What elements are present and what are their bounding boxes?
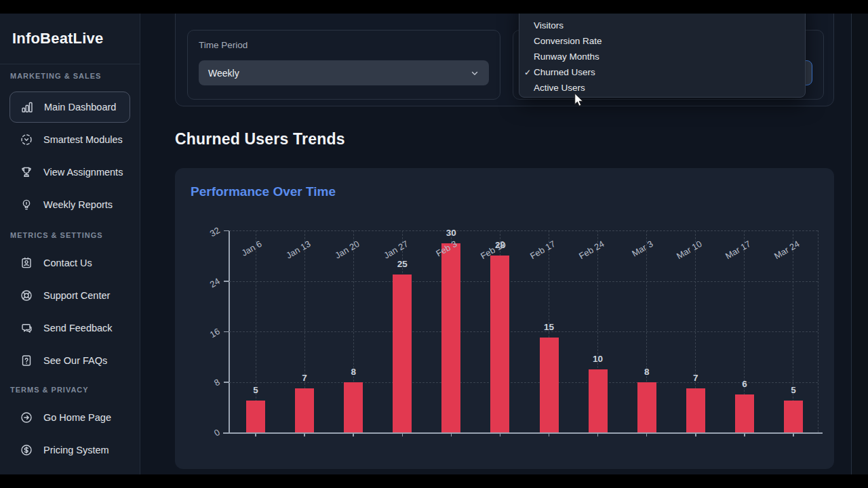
menu-option-label: Visitors [534, 20, 564, 30]
section-label: METRICS & SETTINGS [0, 228, 140, 243]
x-tick-mark [744, 432, 745, 436]
chevron-down-icon [470, 68, 479, 78]
x-tick-mark [304, 432, 305, 436]
sidebar-item-go-home-page[interactable]: Go Home Page [0, 401, 140, 434]
trophy-icon [19, 165, 34, 180]
sidebar-item-label: See Our FAQs [43, 355, 107, 366]
sidebar-item-contact-us[interactable]: Contact Us [0, 247, 140, 279]
sidebar-item-label: Main Dashboard [44, 102, 116, 113]
sidebar-item-view-assignments[interactable]: View Assignments [0, 156, 140, 188]
bar-value-label: 7 [682, 373, 709, 383]
sidebar-item-label: Support Center [43, 290, 110, 301]
time-period-value: Weekly [208, 68, 239, 79]
y-tick-mark [224, 331, 229, 333]
menu-option-conversion-rate[interactable]: Conversion Rate [519, 33, 805, 49]
sidebar-item-main-dashboard[interactable]: Main Dashboard [9, 92, 130, 123]
brand-name: InfoBeatLive [12, 30, 103, 47]
sidebar-item-smartest-modules[interactable]: Smartest Modules [0, 123, 140, 156]
section-label: MARKETING & SALES [0, 68, 140, 83]
h-gridline [229, 331, 818, 332]
sidebar-item-weekly-reports[interactable]: Weekly Reports [0, 188, 140, 221]
modules-icon [19, 132, 34, 147]
life-buoy-icon [19, 288, 34, 303]
x-tick-mark [646, 432, 648, 436]
sidebar-item-support-center[interactable]: Support Center [0, 279, 140, 312]
metric-dropdown-menu: VisitorsConversion RateRunway Months✓Chu… [519, 0, 806, 98]
content-right-edge [851, 14, 868, 474]
sidebar-item-label: Contact Us [43, 258, 92, 268]
bar-value-label: 15 [536, 322, 563, 332]
bar-chart-icon [20, 100, 35, 115]
x-tick-mark [451, 432, 452, 436]
x-tick-mark [500, 432, 501, 436]
bar [637, 382, 656, 433]
bar [441, 243, 460, 432]
x-tick-mark [402, 432, 403, 436]
menu-option-runway-months[interactable]: Runway Months [519, 49, 805, 64]
menu-option-label: Conversion Rate [534, 36, 602, 46]
menu-option-visitors[interactable]: Visitors [519, 18, 805, 33]
bar-value-label: 5 [242, 385, 269, 395]
y-tick-mark [224, 230, 229, 232]
sidebar: InfoBeatLive MARKETING & SALESMain Dashb… [0, 14, 140, 474]
letterbox-bottom [0, 474, 868, 488]
bar-value-label: 30 [437, 228, 465, 238]
bar-value-label: 25 [389, 259, 416, 269]
bar [784, 401, 803, 432]
sidebar-item-label: Smartest Modules [43, 134, 123, 145]
x-tick-label: Feb 17 [515, 239, 557, 268]
bar [393, 274, 412, 432]
x-tick-label: Jan 13 [271, 239, 312, 268]
sidebar-item-see-our-faqs[interactable]: See Our FAQs [0, 344, 140, 377]
sidebar-item-label: Weekly Reports [43, 199, 113, 210]
y-tick-mark [224, 382, 229, 383]
menu-option-active-users[interactable]: Active Users [519, 80, 805, 96]
menu-option-label: Churned Users [534, 67, 595, 77]
bar-value-label: 8 [633, 367, 660, 377]
x-tick-mark [597, 432, 599, 436]
chart-card: Performance Over Time 081624325Jan 67Jan… [175, 168, 834, 469]
time-period-label: Time Period [199, 40, 248, 50]
sidebar-item-label: Pricing System [43, 445, 109, 455]
time-period-select[interactable]: Weekly [199, 60, 489, 85]
x-axis-line [223, 432, 823, 434]
bar-chart: 081624325Jan 67Jan 138Jan 2025Jan 2730Fe… [229, 230, 823, 432]
bar [246, 401, 265, 432]
bar-value-label: 5 [780, 385, 807, 395]
x-tick-label: Feb 24 [564, 239, 606, 268]
y-tick-mark [224, 432, 229, 434]
y-tick-mark [224, 281, 229, 282]
sidebar-item-label: Go Home Page [43, 412, 111, 423]
x-tick-label: Jan 20 [319, 239, 361, 268]
x-tick-label: Mar 17 [711, 239, 752, 268]
bar [686, 388, 705, 432]
sidebar-item-label: Send Feedback [43, 323, 113, 333]
checkmark-icon: ✓ [524, 68, 534, 77]
contact-card-icon [19, 256, 34, 270]
bar-value-label: 7 [291, 373, 318, 383]
x-tick-mark [353, 432, 354, 436]
main-content: Time Period Weekly VisitorsConvers [140, 14, 868, 474]
bar-value-label: 8 [340, 367, 367, 377]
lightbulb-icon [19, 197, 34, 212]
x-tick-mark [255, 432, 256, 436]
faq-icon [19, 353, 34, 368]
section-label: TERMS & PRIVACY [0, 382, 140, 397]
sidebar-item-send-feedback[interactable]: Send Feedback [0, 312, 140, 344]
letterbox-top [0, 0, 868, 14]
menu-option-churned-users[interactable]: ✓Churned Users [519, 64, 805, 80]
x-tick-mark [549, 432, 550, 436]
y-tick-label: 8 [192, 377, 222, 400]
menu-option-label: Runway Months [534, 52, 599, 62]
chat-icon [19, 321, 34, 336]
app-window: InfoBeatLive MARKETING & SALESMain Dashb… [0, 14, 868, 474]
v-gridline [818, 230, 818, 432]
dollar-circle-icon [19, 443, 34, 458]
bar [490, 256, 509, 432]
h-gridline [229, 281, 818, 282]
y-tick-label: 24 [192, 276, 222, 299]
x-tick-label: Mar 24 [760, 239, 801, 268]
sidebar-item-pricing-system[interactable]: Pricing System [0, 434, 140, 466]
page-title: Churned Users Trends [175, 130, 345, 148]
chart-title: Performance Over Time [191, 184, 336, 199]
